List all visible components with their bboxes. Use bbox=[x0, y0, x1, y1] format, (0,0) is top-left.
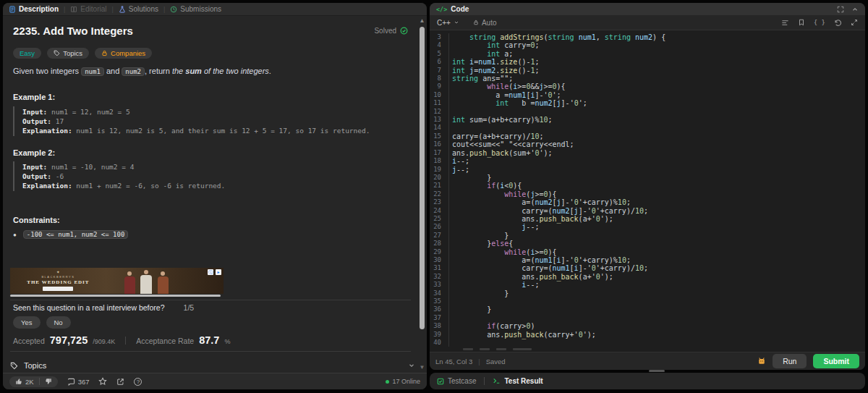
problem-content: 2235. Add Two Integers Solved Easy Topic… bbox=[3, 16, 427, 373]
ad-figure bbox=[158, 276, 169, 294]
ad-info-icon[interactable]: ⓘ bbox=[208, 269, 213, 275]
left-scrollbar[interactable]: ▲ ▼ bbox=[419, 17, 425, 371]
code-line[interactable]: 11 int b =num2[j]-'0'; bbox=[430, 99, 865, 107]
ad-text-block: ✦ BLACKBERRYS THE WEDDING EDIT bbox=[10, 268, 106, 294]
code-line[interactable]: 17ans.push_back(sum+'0'); bbox=[430, 149, 865, 157]
code-line[interactable]: 22 while(j>=0){ bbox=[430, 190, 865, 198]
code-line[interactable]: 23 a=(num2[j]-'0'+carry)%10; bbox=[430, 198, 865, 206]
code-line[interactable]: 13int sum=(a+b+carry)%10; bbox=[430, 116, 865, 124]
ad-title: THE WEDDING EDIT bbox=[27, 279, 89, 285]
fullscreen-icon[interactable] bbox=[837, 6, 844, 13]
code-editor[interactable]: 3 string addStrings(string num1, string … bbox=[430, 30, 865, 352]
code-line[interactable]: 30 a=(num1[i]-'0'+carry)%10; bbox=[430, 256, 865, 264]
testcase-tab[interactable]: Testcase bbox=[437, 377, 476, 385]
tab-description[interactable]: Description bbox=[9, 5, 59, 13]
language-selector[interactable]: C++ bbox=[437, 19, 459, 27]
test-result-tab[interactable]: Test Result bbox=[493, 377, 542, 385]
code-line[interactable]: 27 } bbox=[430, 232, 865, 240]
code-line[interactable]: 33 i--; bbox=[430, 281, 865, 289]
code-line[interactable]: 9 while(i>=0&&j>=0){ bbox=[430, 83, 865, 90]
auto-toggle[interactable]: Auto bbox=[473, 19, 497, 27]
help-button[interactable]: ? bbox=[134, 378, 142, 386]
collapse-chevron-icon[interactable] bbox=[851, 6, 859, 13]
ad-choices-icon[interactable]: ▸ bbox=[216, 269, 221, 275]
code-line[interactable]: 29 while(i>=0){ bbox=[430, 248, 865, 256]
scroll-up-arrow[interactable]: ▲ bbox=[419, 17, 425, 24]
run-button[interactable]: Run bbox=[773, 354, 807, 368]
code-line[interactable]: 35 bbox=[430, 297, 865, 305]
code-line[interactable]: 32 ans.push_back(a+'0'); bbox=[430, 273, 865, 281]
tab-separator: | bbox=[64, 6, 65, 13]
code-line[interactable]: 37 bbox=[430, 314, 865, 322]
page-title: 2235. Add Two Integers bbox=[13, 25, 133, 37]
scroll-down-arrow[interactable]: ▼ bbox=[419, 364, 425, 371]
code-line[interactable]: 25 ans.push_back(a+'0'); bbox=[430, 215, 865, 223]
share-button[interactable] bbox=[116, 378, 124, 386]
ad-figure-head bbox=[144, 270, 148, 274]
code-line[interactable]: 38 if(carry>0) bbox=[430, 322, 865, 330]
difficulty-badge[interactable]: Easy bbox=[13, 48, 41, 59]
code-line[interactable]: 40 bbox=[430, 339, 865, 347]
code-line[interactable]: 19j--; bbox=[430, 166, 865, 174]
dislike-button[interactable] bbox=[45, 378, 52, 385]
problem-footer: 2K 367 ? 17 Online bbox=[3, 373, 427, 389]
tab-separator: | bbox=[163, 6, 165, 13]
code-panel-header: </> Code bbox=[430, 3, 865, 15]
ad-banner[interactable]: ✦ BLACKBERRYS THE WEDDING EDIT ⓘ ▸ bbox=[10, 268, 224, 294]
submit-button[interactable]: Submit bbox=[813, 354, 859, 368]
debug-icon[interactable] bbox=[757, 357, 766, 365]
favorite-button[interactable] bbox=[98, 377, 107, 386]
code-line[interactable]: 3 string addStrings(string num1, string … bbox=[430, 33, 865, 41]
undo-icon[interactable] bbox=[834, 19, 842, 27]
checkbox-icon bbox=[437, 378, 444, 385]
book-icon bbox=[70, 6, 77, 13]
code-line[interactable]: 16cout<<sum<<" "<<carry<<endl; bbox=[430, 140, 865, 148]
tab-solutions[interactable]: Solutions bbox=[119, 5, 158, 13]
code-line[interactable]: 7int j=num2.size()-1; bbox=[430, 67, 865, 75]
code-line[interactable]: 8string ans=""; bbox=[430, 75, 865, 83]
companies-badge[interactable]: Companies bbox=[95, 48, 152, 59]
acceptance-rate-label: Acceptance Rate bbox=[136, 337, 194, 345]
code-line[interactable]: 12 bbox=[430, 108, 865, 116]
format-lines-icon[interactable] bbox=[781, 19, 789, 27]
code-line[interactable]: 39 ans.push_back(carry+'0'); bbox=[430, 331, 865, 339]
code-line[interactable]: 18i--; bbox=[430, 157, 865, 165]
code-lines: 3 string addStrings(string num1, string … bbox=[430, 33, 865, 347]
survey-no-button[interactable]: No bbox=[46, 316, 71, 329]
ad-figure-head bbox=[161, 271, 165, 276]
bullet-dot: ● bbox=[13, 232, 17, 238]
braces-icon[interactable]: { } bbox=[814, 19, 825, 26]
code-line[interactable]: 15carry=(a+b+carry)/10; bbox=[430, 132, 865, 140]
tab-submissions[interactable]: Submissions bbox=[170, 5, 221, 13]
topics-badge[interactable]: Topics bbox=[47, 48, 89, 59]
stats-row: Accepted 797,725 /909.4K Acceptance Rate… bbox=[13, 334, 408, 346]
code-line[interactable]: 28 }else{ bbox=[430, 240, 865, 248]
code-line[interactable]: 21 if(i<0){ bbox=[430, 182, 865, 190]
code-line[interactable]: 20 } bbox=[430, 174, 865, 182]
code-line[interactable]: 34 } bbox=[430, 290, 865, 297]
code-line[interactable]: 10 a =num1[i]-'0'; bbox=[430, 91, 865, 99]
code-line[interactable]: 31 carry=(num1[i]-'0'+carry)/10; bbox=[430, 264, 865, 272]
code-line[interactable]: 14 bbox=[430, 124, 865, 132]
comments-button[interactable]: 367 bbox=[67, 378, 90, 386]
example-1-heading: Example 1: bbox=[13, 93, 408, 101]
cursor-position: Ln 45, Col 3 bbox=[435, 358, 472, 365]
code-line[interactable]: 5 int a; bbox=[430, 50, 865, 58]
panel-resize-handle[interactable] bbox=[649, 370, 665, 372]
topics-section-toggle[interactable]: Topics bbox=[10, 356, 415, 370]
bookmark-icon[interactable] bbox=[798, 19, 805, 26]
expand-icon[interactable] bbox=[851, 19, 858, 26]
tab-editorial[interactable]: Editorial bbox=[70, 5, 106, 13]
code-line[interactable]: 4 int carry=0; bbox=[430, 41, 865, 49]
code-line[interactable]: 6int i=num1.size()-1; bbox=[430, 58, 865, 66]
scrollbar-thumb[interactable] bbox=[420, 27, 425, 329]
chevron-down-icon[interactable] bbox=[408, 362, 415, 369]
like-button[interactable]: 2K bbox=[15, 378, 34, 386]
code-line[interactable]: 36 } bbox=[430, 305, 865, 313]
ad-cta-button[interactable] bbox=[43, 287, 73, 291]
terminal-icon bbox=[493, 377, 501, 385]
survey-yes-button[interactable]: Yes bbox=[13, 316, 41, 329]
code-line[interactable]: 26 j--; bbox=[430, 223, 865, 231]
history-clock-icon bbox=[170, 6, 177, 13]
code-line[interactable]: 24 carry=(num2[j]-'0'+carry)/10; bbox=[430, 207, 865, 215]
